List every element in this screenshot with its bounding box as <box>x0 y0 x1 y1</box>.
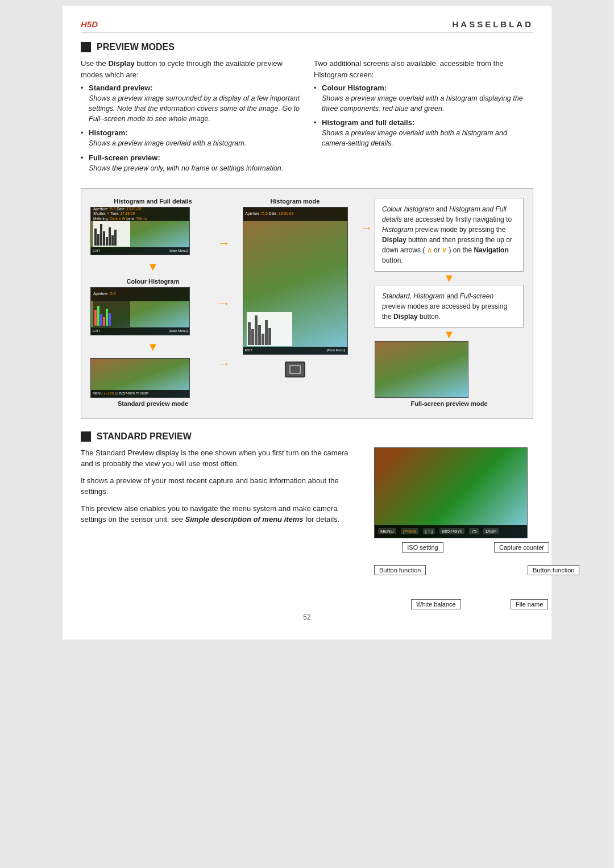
display-button-inner <box>289 365 301 374</box>
standard-preview-screen: MENU ƒ∞100 [↕] B6574970 75 DISP <box>90 358 190 398</box>
colour-histo-label: Colour Histogram <box>90 278 215 285</box>
standard-mode-label: Standard preview mode <box>90 400 215 407</box>
standard-preview-cols: The Standard Preview display is the one … <box>81 447 533 602</box>
capture-counter-callout: Capture counter <box>521 542 522 550</box>
preview-modes-title: PREVIEW MODES <box>81 42 533 52</box>
white-balance-tag: White balance <box>411 599 461 609</box>
center-screen-info: Aperture: f5.6 Date: 13-01-09 <box>246 211 294 216</box>
down-arrow-1: ▼ <box>90 261 215 272</box>
preview-right-bullets: Colour Histogram: Shows a preview image … <box>314 84 533 149</box>
histogram-mode-screen: Aperture: f5.6 Date: 13-01-09 <box>243 207 348 355</box>
histogram-mode-label: Histogram mode <box>271 198 320 205</box>
screen-data-text: Aperture: f5.6 Date: 13-01-09 Shutter: 4… <box>93 207 147 221</box>
colour-histogram-box <box>93 301 130 327</box>
callout-box-2: Standard, Histogram and Full-screen prev… <box>375 285 524 328</box>
center-histogram-box <box>247 312 292 346</box>
center-to-right-arrows: → <box>358 198 375 409</box>
preview-intro-cols: Use the Display button to cycle through … <box>81 58 533 178</box>
preview-intro-left: Use the Display button to cycle through … <box>81 58 300 178</box>
bracket-btn: [ ↕ ] <box>423 528 435 534</box>
callout-box-1: Colour histogram and Histogram and Full … <box>375 198 524 272</box>
colour-histo-screen: Aperture: f5.6 E <box>90 287 190 335</box>
display-button[interactable] <box>285 362 305 377</box>
display-button-area <box>285 362 305 377</box>
standard-preview-section: STANDARD PREVIEW The Standard Preview di… <box>81 431 533 602</box>
flow-left-screens: Histogram and Full details Aperture: f5.… <box>90 198 215 409</box>
header: H5D HASSELBLAD <box>81 19 533 33</box>
std-image-area: MENU ƒ∞100 [ ↕ ] B6574970 75 DISP ISO se… <box>374 447 533 602</box>
iso-callout: ISO setting <box>422 542 423 550</box>
screen-exit-bar: EXIT [Main Menu] <box>91 247 189 255</box>
colour-histo-screen-item: Colour Histogram Aperture: f5.6 <box>90 278 215 335</box>
preview-intro-right: Two additional screens also available, a… <box>314 58 533 178</box>
label-callouts-area: ISO setting Capture counter Button funct… <box>374 539 528 602</box>
header-brand-right: HASSELBLAD <box>452 19 533 29</box>
fullscreen-preview-item: Full-screen preview mode <box>375 341 524 409</box>
btn-func-left-tag: Button function <box>374 565 426 575</box>
flow-right: Colour histogram and Histogram and Full … <box>375 198 524 409</box>
center-screen-exit: EXIT [Main Menu] <box>243 347 347 354</box>
btn-func-right-tag: Button function <box>528 565 579 575</box>
histo-full-screen-item: Histogram and Full details Aperture: f5.… <box>90 198 215 255</box>
std-title-icon <box>81 431 91 442</box>
standard-preview-screen-item: MENU ƒ∞100 [↕] B6574970 75 DISP Standard… <box>90 358 215 409</box>
histogram-white-box <box>93 221 130 247</box>
standard-preview-title: STANDARD PREVIEW <box>81 431 533 442</box>
right-down-arrow-2: ▼ <box>375 329 524 340</box>
title-icon <box>81 42 91 52</box>
file-name-tag: File name <box>511 599 548 609</box>
standard-bottom-bar: MENU ƒ∞100 [↕] B6574970 75 DISP <box>91 390 189 397</box>
std-para1: The Standard Preview display is the one … <box>81 447 360 470</box>
preview-intro-text: Use the Display button to cycle through … <box>81 58 300 80</box>
preview-right-intro: Two additional screens also available, a… <box>314 58 533 80</box>
fullscreen-preview-label: Full-screen preview mode <box>375 400 524 407</box>
bullet-standard-preview: Standard preview: Shows a preview image … <box>81 84 300 124</box>
std-text-col: The Standard Preview display is the one … <box>81 447 360 531</box>
bullet-colour-histogram: Colour Histogram: Shows a preview image … <box>314 84 533 114</box>
right-down-arrow: ▼ <box>375 272 524 284</box>
camera-bottom-bar: MENU ƒ∞100 [ ↕ ] B6574970 75 DISP <box>375 525 527 538</box>
disp-btn[interactable]: DISP <box>483 528 499 534</box>
fullscreen-preview-screen <box>375 341 468 398</box>
page-footer: 52 <box>81 613 533 621</box>
screen-info-overlay: Aperture: f5.6 Date: 13-01-09 Shutter: 4… <box>91 207 189 221</box>
flow-center: Histogram mode Aperture: f5.6 Date: 13-0… <box>233 198 358 409</box>
page-number: 52 <box>303 613 310 621</box>
id-btn: B6574970 <box>439 528 464 534</box>
colour-histo-top: Aperture: f5.6 <box>91 288 189 301</box>
capture-counter-tag: Capture counter <box>494 542 549 553</box>
preview-modes-section: PREVIEW MODES Use the Display button to … <box>81 42 533 419</box>
std-para3: This preview also enables you to navigat… <box>81 503 360 525</box>
header-brand-left: H5D <box>81 19 98 29</box>
down-arrow-2: ▼ <box>90 341 215 352</box>
std-para2: It shows a preview of your most recent c… <box>81 475 360 497</box>
bullet-histo-full: Histogram and full details: Shows a prev… <box>314 118 533 148</box>
colour-histo-info: Aperture: f5.6 <box>93 292 115 296</box>
histo-full-label: Histogram and Full details <box>90 198 215 205</box>
num-btn: 75 <box>469 528 479 534</box>
iso-label-tag: ISO setting <box>402 542 443 553</box>
preview-left-bullets: Standard preview: Shows a preview image … <box>81 84 300 173</box>
camera-preview-image: MENU ƒ∞100 [ ↕ ] B6574970 75 DISP <box>374 447 528 538</box>
colour-screen-exit-bar: EXIT [Main Menu] <box>91 327 189 335</box>
bullet-histogram: Histogram: Shows a preview image overlai… <box>81 128 300 148</box>
menu-btn[interactable]: MENU <box>378 528 396 534</box>
left-to-center-arrows: → → → <box>215 198 233 409</box>
flow-diagram: Histogram and Full details Aperture: f5.… <box>81 188 533 419</box>
histo-full-screen: Aperture: f5.6 Date: 13-01-09 Shutter: 4… <box>90 207 190 255</box>
center-screen-top: Aperture: f5.6 Date: 13-01-09 <box>243 207 347 221</box>
bullet-fullscreen: Full-screen preview: Shows the preview o… <box>81 153 300 173</box>
iso-btn: ƒ∞100 <box>401 528 419 534</box>
page: H5D HASSELBLAD PREVIEW MODES Use the Dis… <box>63 6 551 639</box>
